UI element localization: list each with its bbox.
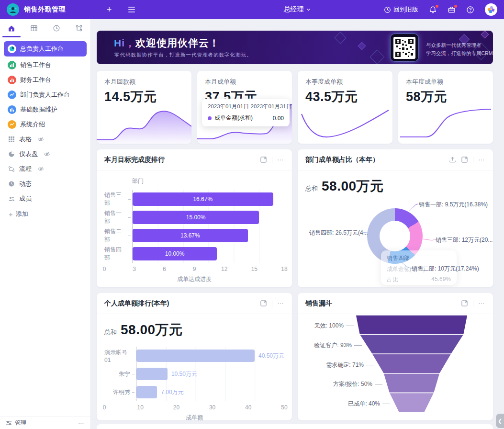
bar-value-label: 10.00% [165, 250, 185, 257]
funnel-segment[interactable] [372, 354, 451, 373]
sidebar-item-workflows[interactable]: 流程 [4, 162, 87, 176]
stat-value: 58万元 [398, 86, 493, 105]
bar-value-label: 10.50万元 [171, 370, 197, 378]
more-icon[interactable]: … [478, 158, 485, 161]
workbench-messages-button[interactable] [448, 6, 456, 14]
manage-bar[interactable]: 管理 ⋯ [0, 417, 90, 429]
sparkline-line-chart [398, 103, 493, 144]
banner-subtitle: 零代码数据协作平台，打造新一代管理者的数字化潮玩。 [114, 52, 252, 58]
x-tick: 30 [209, 404, 215, 411]
card-monthly-target-ranking: 本月目标完成度排行 … 部门 销售三部销售一部销售二部销售四部 16.67%15… [97, 149, 292, 287]
tab-home[interactable] [0, 19, 22, 37]
x-axis-label: 成单达成进度 [104, 275, 284, 283]
back-label: 回到旧版 [393, 5, 418, 14]
card-title: 销售漏斗 [305, 299, 332, 308]
notifications-button[interactable] [429, 6, 437, 14]
flow-icon [75, 24, 83, 32]
avatar-logo-icon [8, 5, 18, 14]
add-label: 添加 [16, 210, 28, 218]
app-logo[interactable] [7, 3, 19, 16]
back-to-old-version-button[interactable]: 回到旧版 [384, 5, 418, 14]
avatar-pinwheel-icon [487, 6, 495, 13]
pie-chart-icon [8, 150, 15, 158]
x-tick: 12 [221, 266, 227, 272]
bar-chart-icon [8, 105, 16, 114]
sidebar-item-dashboards[interactable]: 仪表盘 [4, 147, 87, 161]
x-axis-label: 成单额 [104, 414, 284, 422]
dept-target-bar-chart: 部门 销售三部销售一部销售二部销售四部 16.67%15.00%13.67%10… [97, 170, 292, 283]
hamburger-icon[interactable] [128, 7, 135, 12]
sidebar-item-chief-workbench[interactable]: 总负责人工作台 [4, 41, 87, 56]
funnel-segment[interactable] [359, 335, 464, 354]
funnel-label: 需求确定: 71% [326, 361, 374, 369]
expand-icon[interactable] [461, 300, 468, 307]
stat-card-monthly-collection: 本月回款额 14.5万元 [97, 71, 191, 144]
bar[interactable] [136, 350, 255, 362]
bar[interactable] [136, 368, 168, 380]
bar[interactable]: 15.00% [133, 211, 259, 224]
tab-tables[interactable] [22, 19, 45, 37]
table-icon [30, 24, 38, 32]
x-tick: 15 [251, 266, 258, 272]
sidebar-item-label: 流程 [19, 165, 32, 173]
sidebar-item-tables[interactable]: 表格 [4, 133, 87, 146]
sidebar-item-dept-manager-workbench[interactable]: 部门负责人工作台 [4, 88, 87, 102]
user-avatar[interactable] [485, 3, 497, 16]
role-label: 总经理 [284, 5, 304, 14]
line-chart-icon [8, 120, 16, 129]
tab-history[interactable] [45, 19, 68, 37]
stat-label: 本月回款额 [97, 71, 191, 86]
expand-icon[interactable] [260, 300, 267, 307]
bar[interactable]: 16.67% [133, 192, 273, 206]
funnel-label: 验证客户: 93% [314, 341, 362, 350]
x-tick: 40 [245, 404, 251, 411]
bar[interactable]: 13.67% [133, 229, 248, 242]
expand-icon[interactable] [461, 156, 468, 163]
main-content: Hi，欢迎使用伙伴云！ 零代码数据协作平台，打造新一代管理者的数字化潮玩。 与众… [91, 19, 504, 429]
sidebar-item-members[interactable]: 成员 [4, 192, 87, 205]
tooltip-title: 销售四部 [387, 254, 451, 262]
sidebar-add-button[interactable]: + 添加 [4, 207, 87, 221]
collapse-panel-handle[interactable]: ❮ [496, 414, 504, 428]
more-icon[interactable]: … [277, 302, 284, 305]
sidebar-item-activity[interactable]: 动态 [4, 177, 87, 191]
tooltip-value: 0.00 [273, 115, 284, 122]
bar[interactable]: 10.00% [133, 247, 217, 260]
tab-workflow[interactable] [68, 19, 90, 37]
more-icon[interactable]: … [478, 302, 485, 305]
flow-icon [8, 165, 15, 173]
funnel-segment[interactable] [356, 315, 468, 335]
category-label: 销售一部 [104, 208, 132, 226]
role-dropdown[interactable]: 总经理 [284, 5, 311, 14]
card-dept-deal-share: 部门成单额占比（本年） … 总和 58.00万元 销售一部: 9.5万元(16 [298, 149, 493, 287]
x-tick: 20 [173, 404, 179, 411]
help-button[interactable] [466, 6, 474, 14]
manage-more-button[interactable]: ⋯ [78, 420, 85, 427]
sidebar-item-label: 财务工作台 [20, 76, 51, 84]
bar[interactable] [136, 386, 157, 398]
pie-chart-icon [8, 45, 16, 53]
home-icon [8, 24, 15, 32]
notification-badge [436, 5, 438, 8]
funnel-label: 已成单: 40% [348, 400, 390, 408]
sidebar-item-finance-workbench[interactable]: 财务工作台 [4, 73, 87, 87]
message-badge [454, 5, 457, 8]
add-app-button[interactable]: + [107, 5, 112, 14]
more-icon[interactable]: … [277, 158, 284, 161]
download-icon[interactable] [449, 156, 456, 163]
bar-chart-icon [8, 76, 16, 84]
stat-card-year-deal: 本年度成单额 58万元 [398, 71, 493, 144]
chevron-down-icon [306, 7, 311, 12]
funnel-segment[interactable] [383, 373, 440, 393]
topbar: 销售外勤管理 + 总经理 回到旧版 [0, 0, 504, 19]
sidebar-item-base-data[interactable]: 基础数据维护 [4, 103, 87, 116]
app-title: 销售外勤管理 [24, 5, 66, 14]
sidebar-item-sales-workbench[interactable]: 销售工作台 [4, 58, 87, 72]
bar-chart-icon [8, 61, 16, 69]
category-label: 演示帐号01 [104, 347, 136, 365]
expand-icon[interactable] [260, 156, 267, 163]
bar-value-label: 13.67% [180, 232, 200, 239]
sidebar-item-system-intro[interactable]: 系统介绍 [4, 118, 87, 131]
stat-card-monthly-deal: 本月成单额 37.5万元 2023年01月01日-2023年01月31日 成单金… [197, 71, 292, 144]
funnel-segment[interactable] [389, 393, 434, 412]
